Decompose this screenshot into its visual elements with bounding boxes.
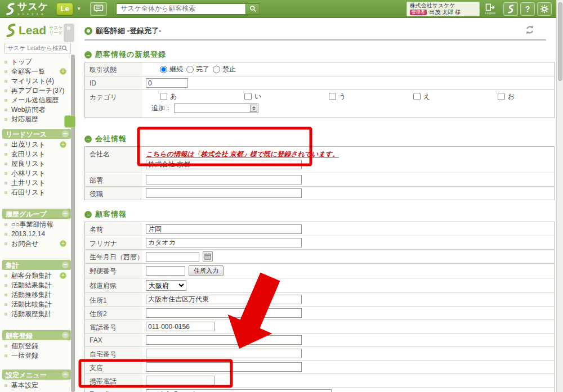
sidebar-section-aggregation[interactable]: 集計 − — [2, 260, 71, 270]
calendar-button[interactable] — [203, 251, 213, 262]
category-checkbox[interactable] — [413, 93, 421, 100]
saaske-logo[interactable]: サスケ S A A S K E — [5, 2, 48, 16]
sidebar-resize-handle[interactable] — [64, 115, 75, 128]
sidebar-nav-item[interactable]: トップ — [0, 57, 79, 67]
prefecture-select[interactable]: 大阪府 — [146, 280, 186, 291]
sidebar-scrollbar[interactable] — [71, 55, 75, 392]
status-radio[interactable] — [213, 66, 220, 73]
id-input[interactable] — [146, 78, 188, 88]
category-checkbox[interactable] — [160, 93, 167, 100]
settings-button[interactable] — [537, 2, 552, 16]
address-lookup-button[interactable]: 住所入力 — [189, 265, 224, 276]
category-checkbox[interactable] — [244, 93, 252, 100]
address2-input[interactable] — [146, 308, 302, 318]
sidebar-list-item[interactable]: 出茂リスト + — [0, 140, 79, 150]
collapse-minus-icon[interactable]: − — [62, 262, 69, 268]
sidebar-list-item[interactable]: 活動比較集計 — [0, 300, 79, 309]
sidebar-list-item[interactable]: 活動結果集計 — [0, 281, 79, 290]
category-checkbox[interactable] — [329, 93, 336, 100]
category-option-u[interactable]: う — [329, 92, 413, 101]
sidebar-section-history-group[interactable]: 履歴グループ − — [2, 209, 71, 219]
customer-registration-list: 個別登録 一括登録 — [0, 341, 79, 361]
sidebar-nav-item[interactable]: メール送信履歴 — [0, 96, 79, 105]
category-add-label: 追加： — [151, 103, 172, 113]
sidebar-list-item[interactable]: 2013.12.14 — [0, 229, 79, 239]
fax-input[interactable] — [146, 335, 302, 345]
sidebar-list-item[interactable]: 石田リスト — [0, 188, 79, 197]
home-tel-input[interactable] — [146, 349, 302, 358]
tel-input[interactable] — [146, 322, 215, 331]
department-input[interactable] — [146, 175, 302, 184]
sidebar-section-leadsource[interactable]: リードソース − — [2, 129, 71, 139]
sidebar-nav-item[interactable]: Web訪問者 — [0, 105, 79, 115]
logout-button[interactable]: Logout — [485, 3, 495, 15]
sidebar-section-customer-registration[interactable]: 顧客登録 − — [2, 330, 71, 340]
sidebar-list-item[interactable]: 小林リスト — [0, 169, 79, 178]
logout-label: Logout — [485, 11, 495, 15]
add-circle-icon[interactable]: + — [60, 68, 66, 75]
notice-board-button[interactable] — [90, 2, 107, 16]
sidebar-list-item[interactable]: お問合せ + — [0, 239, 79, 249]
sidebar-list-item[interactable]: 個別登録 — [0, 341, 79, 351]
company-name-input[interactable] — [146, 160, 302, 169]
global-search-input[interactable] — [116, 3, 245, 15]
zip-input[interactable] — [146, 266, 185, 276]
refresh-button[interactable] — [525, 25, 535, 37]
status-option-keizoku[interactable]: 継続 — [160, 65, 183, 74]
birthday-input[interactable] — [146, 252, 199, 262]
page-scrollbar[interactable] — [556, 0, 563, 392]
address1-input[interactable] — [146, 295, 302, 304]
status-radio[interactable] — [186, 66, 194, 73]
sidebar-list-item[interactable]: 活動履歴集計 — [0, 309, 79, 319]
category-option-i[interactable]: い — [244, 92, 329, 101]
sidebar-list-item[interactable]: 一括登録 — [0, 351, 79, 361]
name-input[interactable] — [146, 224, 302, 234]
mobile-input[interactable] — [146, 376, 215, 385]
saaske-home-button[interactable] — [503, 2, 518, 16]
category-add-input[interactable] — [174, 103, 258, 113]
form-row-address1: 住所1 — [85, 292, 554, 306]
status-radio[interactable] — [160, 66, 167, 73]
page-scrollbar-thumb[interactable] — [558, 2, 562, 81]
sidebar-list-item[interactable]: 屋良リスト — [0, 159, 79, 169]
lead-search-input[interactable] — [7, 45, 61, 52]
email-input[interactable] — [146, 389, 332, 392]
help-button[interactable]: ? — [520, 2, 535, 16]
kana-input[interactable] — [146, 238, 302, 247]
collapse-minus-icon[interactable]: − — [62, 210, 69, 217]
history-group-list: ○○事業部情報 2013.12.14 お問合せ + — [0, 220, 79, 249]
position-input[interactable] — [146, 188, 302, 198]
sidebar-list-item[interactable]: 顧客分類集計 + — [0, 271, 79, 281]
status-option-kanryo[interactable]: 完了 — [186, 65, 209, 74]
add-circle-icon[interactable]: + — [60, 272, 66, 279]
category-add-spinner-button[interactable] — [250, 105, 257, 112]
collapse-minus-icon[interactable]: − — [62, 332, 69, 339]
sidebar-nav-item[interactable]: 全顧客一覧 + — [0, 67, 79, 76]
form-row-address2: 住所2 — [85, 306, 554, 319]
sidebar-list-item[interactable]: 基本設定 — [0, 381, 79, 390]
sidebar-list-item[interactable]: 玄田リスト — [0, 150, 79, 159]
sidebar-list-item[interactable]: 活動推移集計 — [0, 290, 79, 300]
product-dropdown-caret-icon[interactable]: ▼ — [77, 6, 81, 11]
page-title: 顧客詳細 -登録完了- — [96, 26, 161, 36]
product-badge-le[interactable]: Le — [56, 3, 73, 15]
sidebar-nav-item[interactable]: マイリスト(4) — [0, 76, 79, 86]
category-option-e[interactable]: え — [413, 92, 498, 101]
sidebar-nav-item[interactable]: 再アプローチ(37) — [0, 86, 79, 96]
status-option-kinshi[interactable]: 禁止 — [213, 65, 236, 74]
sidebar-section-settings[interactable]: 設定メニュー − — [2, 370, 71, 380]
category-checkbox[interactable] — [498, 93, 505, 100]
collapse-minus-icon[interactable]: − — [62, 130, 69, 137]
category-option-o[interactable]: お — [498, 92, 556, 101]
branch-input[interactable] — [146, 362, 302, 372]
global-search-button[interactable] — [245, 3, 260, 15]
sidebar-list-item[interactable]: 土井リスト — [0, 178, 79, 188]
form-row-id: ID — [85, 76, 554, 89]
category-option-a[interactable]: あ — [160, 92, 244, 101]
add-circle-icon[interactable]: + — [60, 240, 66, 247]
sidebar-list-item[interactable]: ○○事業部情報 — [0, 220, 79, 229]
search-icon — [249, 5, 257, 12]
add-circle-icon[interactable]: + — [60, 141, 66, 148]
collapse-minus-icon[interactable]: − — [62, 371, 69, 378]
sidebar-collapse-tab[interactable] — [64, 24, 74, 42]
